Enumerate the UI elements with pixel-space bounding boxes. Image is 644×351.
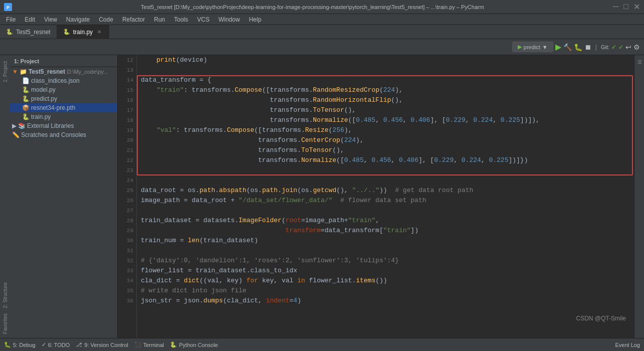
debug-item[interactable]: 🐛 5: Debug <box>4 341 36 348</box>
todo-icon: ✓ <box>42 341 46 348</box>
debug-icon[interactable]: 🐛 <box>574 43 582 51</box>
svg-text:P: P <box>7 5 10 10</box>
menu-run[interactable]: Run <box>150 15 169 24</box>
tab-close-btn[interactable]: ✕ <box>96 29 103 36</box>
line-num-31: 31 <box>118 246 133 256</box>
menu-file[interactable]: File <box>2 15 20 24</box>
code-line-24 <box>141 176 634 186</box>
code-line-31 <box>141 246 634 256</box>
code-line-13 <box>141 65 634 75</box>
code-line-16: transforms.RandomHorizontalFlip(), <box>141 95 634 105</box>
folder-icon: 📁 <box>20 68 27 75</box>
code-editor[interactable]: 12 13 14 15 16 17 18 19 20 21 22 23 24 2… <box>118 55 634 338</box>
tree-class-indices[interactable]: 📄 class_indices.json <box>10 76 117 85</box>
menu-navigate[interactable]: Navigate <box>62 15 94 24</box>
json-file-icon: 📄 <box>22 77 30 84</box>
menu-edit[interactable]: Edit <box>21 15 39 24</box>
tree-item-label-predict: predict.py <box>31 95 57 102</box>
event-log-item[interactable]: Event Log <box>615 342 640 348</box>
line-num-33: 33 <box>118 266 133 276</box>
code-line-30: train_num = len(train_dataset) <box>141 236 634 246</box>
predict-label: predict <box>524 44 540 50</box>
todo-label: 6: TODO <box>48 342 70 348</box>
code-line-27 <box>141 206 634 216</box>
project-root-item[interactable]: ▼ 📁 Test5_resnet D:\My_code\py... <box>10 67 117 76</box>
code-line-17: transforms.ToTensor(), <box>141 105 634 115</box>
statusbar: 🐛 5: Debug ✓ 6: TODO ⎇ 9: Version Contro… <box>0 338 644 351</box>
project-header-label: 1: Project <box>14 58 39 64</box>
code-line-26: image_path = data_root + "/data_set/flow… <box>141 196 634 206</box>
menu-view[interactable]: View <box>40 15 61 24</box>
sidebar-structure-label[interactable]: 2: Structure <box>3 282 8 308</box>
statusbar-right: Event Log <box>615 342 640 348</box>
dropdown-arrow-icon: ▼ <box>542 44 548 50</box>
tree-scratches[interactable]: ✏️ Scratches and Consoles <box>10 130 117 139</box>
undo-icon[interactable]: ↩ <box>625 43 631 51</box>
code-line-28: train_dataset = datasets.ImageFolder(roo… <box>141 216 634 226</box>
menu-code[interactable]: Code <box>95 15 117 24</box>
python-console-item[interactable]: 🐍 Python Console <box>170 341 218 348</box>
scratch-icon: ✏️ <box>12 131 20 138</box>
code-line-23 <box>141 165 634 176</box>
tree-ext-label: External Libraries <box>27 122 74 129</box>
code-line-14: data_transform = { <box>141 75 634 85</box>
todo-item[interactable]: ✓ 6: TODO <box>42 341 70 348</box>
statusbar-left: 🐛 5: Debug ✓ 6: TODO ⎇ 9: Version Contro… <box>4 341 218 348</box>
folder-arrow-icon: ▼ <box>12 68 18 75</box>
line-num-17: 17 <box>118 105 133 115</box>
sidebar-project-label[interactable]: 1: Project <box>3 61 8 82</box>
python-console-icon: 🐍 <box>170 341 177 348</box>
build-icon[interactable]: 🔨 <box>563 43 572 51</box>
terminal-item[interactable]: ⬛ Terminal <box>134 341 164 348</box>
tree-ext-libraries[interactable]: ▶ 📚 External Libraries <box>10 121 117 130</box>
tree-resnet-pth[interactable]: 📦 resnet34-pre.pth <box>10 103 117 112</box>
predict-dropdown[interactable]: ▶ predict ▼ <box>512 42 553 52</box>
code-line-15: "train": transforms.Compose([transforms.… <box>141 85 634 95</box>
line-num-27: 27 <box>118 206 133 216</box>
py-file-icon-predict: 🐍 <box>22 95 30 102</box>
line-num-22: 22 <box>118 155 133 165</box>
git-check1[interactable]: ✓ <box>611 44 616 51</box>
project-root-label: Test5_resnet D:\My_code\py... <box>29 68 108 75</box>
line-num-21: 21 <box>118 145 133 155</box>
menu-window[interactable]: Window <box>214 15 244 24</box>
menu-refactor[interactable]: Refactor <box>118 15 149 24</box>
code-line-20: transforms.CenterCrop(224), <box>141 135 634 145</box>
tree-predict-py[interactable]: 🐍 predict.py <box>10 94 117 103</box>
stop-icon[interactable]: ⏹ <box>584 43 591 51</box>
line-numbers: 12 13 14 15 16 17 18 19 20 21 22 23 24 2… <box>118 55 137 338</box>
line-num-15: 15 <box>118 85 133 95</box>
menu-tools[interactable]: Tools <box>170 15 192 24</box>
tree-item-label-train: train.py <box>31 113 51 120</box>
minimize-btn[interactable]: ─ <box>613 2 618 12</box>
menu-help[interactable]: Help <box>245 15 266 24</box>
sidebar-favorites-label[interactable]: Favorites <box>3 313 8 334</box>
menubar: File Edit View Navigate Code Refactor Ru… <box>0 14 644 25</box>
git-check2[interactable]: ✓ <box>618 44 623 51</box>
close-btn[interactable]: ✕ <box>633 2 640 12</box>
vcs-item[interactable]: ⎇ 9: Version Control <box>76 341 128 348</box>
menu-vcs[interactable]: VCS <box>193 15 213 24</box>
tab-label: Test5_resnet <box>16 29 51 36</box>
run-button[interactable]: ▶ <box>555 42 561 52</box>
tab-test5-resnet[interactable]: 🐍 Test5_resnet <box>0 25 57 39</box>
code-line-29: transform=data_transform["train"]) <box>141 226 634 236</box>
tab-train-py[interactable]: 🐍 train.py ✕ <box>57 25 109 39</box>
right-sidebar-label[interactable]: ☰ <box>636 59 642 65</box>
git-label: Git: <box>601 44 609 50</box>
window-title: Test5_resnet [D:\My_code\pythonProject\d… <box>15 4 610 10</box>
code-lines: print(device) data_transform = { "train"… <box>137 55 634 338</box>
tree-train-py[interactable]: 🐍 train.py <box>10 112 117 121</box>
line-num-20: 20 <box>118 135 133 145</box>
line-num-18: 18 <box>118 115 133 125</box>
project-panel: 1: Project ▼ 📁 Test5_resnet D:\My_code\p… <box>10 55 118 338</box>
tree-model-py[interactable]: 🐍 model.py <box>10 85 117 94</box>
python-file-icon: 🐍 <box>63 29 70 35</box>
run-config-icon: ▶ <box>518 44 522 50</box>
line-num-26: 26 <box>118 196 133 206</box>
settings-icon[interactable]: ⚙ <box>633 43 640 51</box>
right-sidebar: ☰ <box>634 55 644 338</box>
debug-icon: 🐛 <box>4 341 11 348</box>
code-line-19: "val": transforms.Compose([transforms.Re… <box>141 125 634 135</box>
maximize-btn[interactable]: □ <box>623 2 628 12</box>
